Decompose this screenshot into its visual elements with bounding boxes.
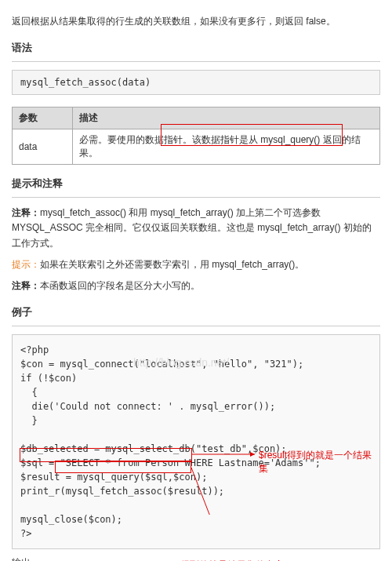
- table-row: data 必需。要使用的数据指针。该数据指针是从 mysql_query() 返…: [13, 129, 380, 165]
- syntax-code: mysql_fetch_assoc(data): [12, 70, 380, 95]
- param-header-name: 参数: [13, 107, 73, 129]
- param-header-desc: 描述: [73, 107, 380, 129]
- tip: 提示：如果在关联索引之外还需要数字索引，用 mysql_fetch_array(…: [12, 257, 380, 272]
- example-code: <?php $con = mysql_connect("localhost", …: [12, 334, 380, 549]
- note-1: 注释：mysql_fetch_assoc() 和用 mysql_fetch_ar…: [12, 206, 380, 251]
- param-desc: 必需。要使用的数据指针。该数据指针是从 mysql_query() 返回的结果。: [73, 129, 380, 165]
- intro-text: 返回根据从结果集取得的行生成的关联数组，如果没有更多行，则返回 false。: [12, 14, 380, 29]
- note-2: 注释：本函数返回的字段名是区分大小写的。: [12, 279, 380, 293]
- param-name: data: [13, 129, 73, 165]
- notes-heading: 提示和注释: [12, 177, 380, 191]
- divider: [12, 197, 380, 198]
- divider: [12, 326, 380, 326]
- annotation-1: $result得到的就是一个结果集: [259, 449, 380, 475]
- example-heading: 例子: [12, 305, 380, 319]
- syntax-heading: 语法: [12, 41, 380, 55]
- params-table: 参数 描述 data 必需。要使用的数据指针。该数据指针是从 mysql_que…: [12, 107, 380, 165]
- divider: [12, 61, 380, 62]
